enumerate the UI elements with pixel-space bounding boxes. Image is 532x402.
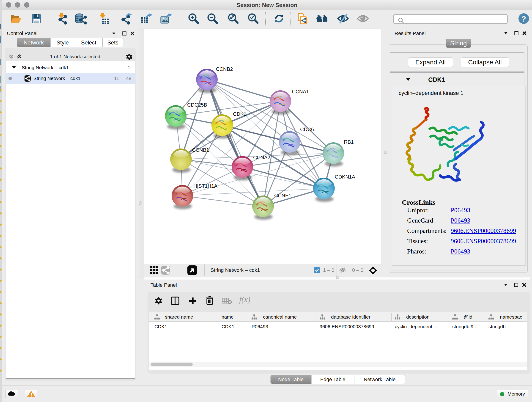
svg-text:CDK1: CDK1 (233, 111, 247, 117)
svg-text:CDKN1A: CDKN1A (335, 174, 355, 180)
svg-text:RB1: RB1 (344, 139, 354, 145)
svg-text:CCNB2: CCNB2 (216, 66, 233, 72)
svg-text:CCNE1: CCNE1 (274, 193, 291, 198)
svg-text:?: ? (521, 14, 526, 23)
svg-text:CDC25B: CDC25B (187, 102, 207, 108)
svg-text:CCNA1: CCNA1 (292, 89, 309, 95)
svg-text:HIST1H1A: HIST1H1A (193, 183, 217, 189)
svg-text:CCNA2: CCNA2 (253, 155, 270, 160)
svg-text:CDC6: CDC6 (300, 127, 314, 132)
svg-text:CCNB1: CCNB1 (192, 147, 209, 153)
